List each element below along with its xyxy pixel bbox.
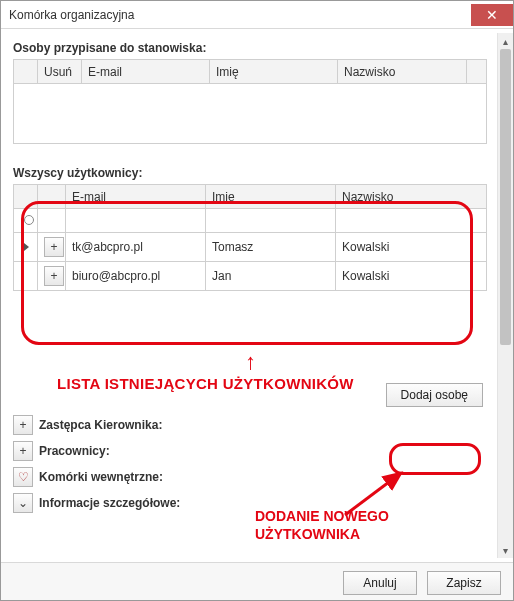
allusers-col-handle bbox=[14, 185, 38, 209]
expander-details[interactable]: ⌄ Informacje szczegółowe: bbox=[13, 493, 489, 513]
add-user-button[interactable]: + bbox=[44, 266, 64, 286]
scroll-down-icon[interactable]: ▾ bbox=[498, 542, 513, 558]
scroll-thumb[interactable] bbox=[500, 49, 511, 345]
allusers-col-lastname[interactable]: Nazwisko bbox=[336, 185, 487, 209]
cell-firstname: Jan bbox=[206, 262, 336, 291]
close-icon: ✕ bbox=[486, 7, 498, 23]
table-row[interactable]: + biuro@abcpro.pl Jan Kowalski bbox=[14, 262, 487, 291]
assigned-col-trail bbox=[467, 60, 487, 84]
add-user-button[interactable]: + bbox=[44, 237, 64, 257]
filter-firstname[interactable] bbox=[206, 209, 336, 233]
allusers-col-add bbox=[38, 185, 66, 209]
assigned-col-email[interactable]: E-mail bbox=[82, 60, 210, 84]
expander-deputy-label: Zastępca Kierownika: bbox=[39, 418, 162, 432]
assigned-col-firstname[interactable]: Imię bbox=[210, 60, 338, 84]
allusers-col-firstname[interactable]: Imię bbox=[206, 185, 336, 209]
table-row[interactable]: + tk@abcpro.pl Tomasz Kowalski bbox=[14, 233, 487, 262]
filter-icon bbox=[24, 215, 34, 225]
filter-lastname[interactable] bbox=[336, 209, 487, 233]
assigned-col-handle bbox=[14, 60, 38, 84]
cell-firstname: Tomasz bbox=[206, 233, 336, 262]
allusers-header-row: E-mail Imię Nazwisko bbox=[14, 185, 487, 209]
assigned-col-delete[interactable]: Usuń bbox=[38, 60, 82, 84]
row-add-cell: + bbox=[38, 233, 66, 262]
close-button[interactable]: ✕ bbox=[471, 4, 513, 26]
add-person-button[interactable]: Dodaj osobę bbox=[386, 383, 483, 407]
titlebar: Komórka organizacyjna ✕ bbox=[1, 1, 513, 29]
annotation-addperson-line1: DODANIE NOWEGO bbox=[255, 508, 389, 524]
scroll-track[interactable] bbox=[498, 49, 513, 542]
scroll-area: Osoby przypisane do stanowiska: Usuń E-m… bbox=[7, 33, 497, 558]
annotation-addperson-label: DODANIE NOWEGO UŻYTKOWNIKA bbox=[255, 508, 389, 543]
cell-email: biuro@abcpro.pl bbox=[66, 262, 206, 291]
filter-indicator-cell bbox=[14, 209, 38, 233]
allusers-group-label: Wszyscy użytkownicy: bbox=[13, 166, 493, 180]
cell-lastname: Kowalski bbox=[336, 233, 487, 262]
expander-details-label: Informacje szczegółowe: bbox=[39, 496, 180, 510]
chevron-down-icon[interactable]: ⌄ bbox=[13, 493, 33, 513]
dialog-footer: Anuluj Zapisz bbox=[1, 562, 513, 601]
expander-employees[interactable]: + Pracownicy: bbox=[13, 441, 489, 461]
cancel-button[interactable]: Anuluj bbox=[343, 571, 417, 595]
annotation-arrow-up-icon: ↑ bbox=[245, 349, 256, 375]
row-add-cell: + bbox=[38, 262, 66, 291]
heart-icon[interactable]: ♡ bbox=[13, 467, 33, 487]
save-button[interactable]: Zapisz bbox=[427, 571, 501, 595]
allusers-filter-row bbox=[14, 209, 487, 233]
assigned-group-label: Osoby przypisane do stanowiska: bbox=[13, 41, 493, 55]
window-title: Komórka organizacyjna bbox=[9, 8, 134, 22]
cell-lastname: Kowalski bbox=[336, 262, 487, 291]
expander-internal-label: Komórki wewnętrzne: bbox=[39, 470, 163, 484]
expand-icon[interactable]: + bbox=[13, 441, 33, 461]
dialog-content: Osoby przypisane do stanowiska: Usuń E-m… bbox=[1, 29, 513, 562]
row-indicator-cell bbox=[14, 233, 38, 262]
row-indicator-cell bbox=[14, 262, 38, 291]
vertical-scrollbar[interactable]: ▴ ▾ bbox=[497, 33, 513, 558]
annotation-users-label: LISTA ISTNIEJĄCYCH UŻYTKOWNIKÓW bbox=[57, 375, 354, 392]
assigned-col-lastname[interactable]: Nazwisko bbox=[338, 60, 467, 84]
allusers-table: E-mail Imię Nazwisko + tk@abcpro.pl Toma… bbox=[13, 184, 487, 291]
row-indicator-icon bbox=[24, 243, 29, 251]
expand-icon[interactable]: + bbox=[13, 415, 33, 435]
expander-internal-cells[interactable]: ♡ Komórki wewnętrzne: bbox=[13, 467, 489, 487]
assigned-header-row: Usuń E-mail Imię Nazwisko bbox=[14, 60, 487, 84]
assigned-empty-row bbox=[14, 84, 487, 144]
annotation-addperson-line2: UŻYTKOWNIKA bbox=[255, 526, 360, 542]
cell-email: tk@abcpro.pl bbox=[66, 233, 206, 262]
expander-employees-label: Pracownicy: bbox=[39, 444, 110, 458]
scroll-up-icon[interactable]: ▴ bbox=[498, 33, 513, 49]
filter-email[interactable] bbox=[66, 209, 206, 233]
expander-deputy[interactable]: + Zastępca Kierownika: bbox=[13, 415, 489, 435]
filter-add-cell bbox=[38, 209, 66, 233]
assigned-table: Usuń E-mail Imię Nazwisko bbox=[13, 59, 487, 144]
allusers-col-email[interactable]: E-mail bbox=[66, 185, 206, 209]
